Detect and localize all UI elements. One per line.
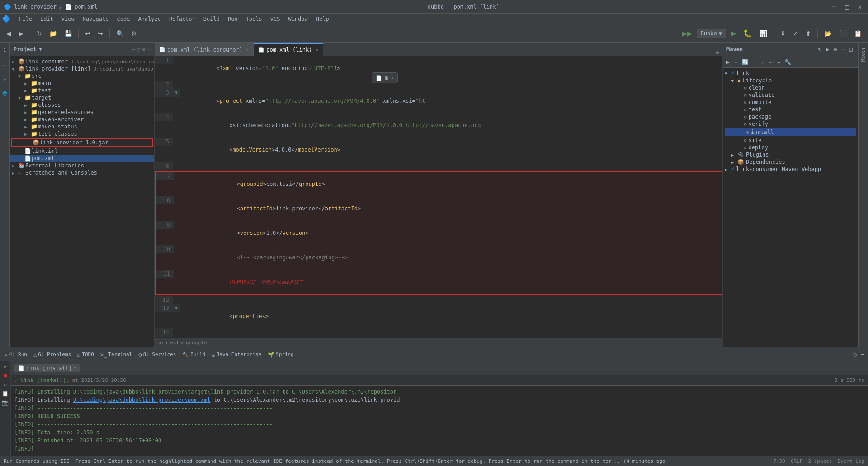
maven-refresh-button[interactable]: ↻ [816,45,823,53]
search-button[interactable]: 🔍 [113,28,127,39]
run-tab-close-button[interactable]: ✕ [74,366,76,371]
maven-item-plugins[interactable]: ▶ 🔌 Plugins [723,151,858,158]
run-rerun-button[interactable]: ↻ [4,381,7,388]
maven-item-clean[interactable]: ⚙ clean [723,84,858,91]
menu-help[interactable]: Help [312,15,333,23]
undo-button[interactable]: ↩ [82,28,93,39]
maven-item-compile[interactable]: ⚙ compile [723,99,858,106]
maven-item-site[interactable]: ⚙ site [723,137,858,144]
maven-jump-button[interactable]: ↗ [760,58,766,66]
tree-item-maven-status[interactable]: ▶ 📁 maven-status [10,123,154,130]
tree-item-external-libs[interactable]: ▶ 📚 External Libraries [10,162,154,169]
toolbar-forward-button[interactable]: ▶ [16,28,26,39]
tree-item-scratches[interactable]: ▶ ✏ Scratches and Consoles [10,169,154,176]
run-play-button[interactable]: ▶ [4,363,7,370]
todo-tab-button[interactable]: ☑ TODO [75,350,97,359]
maven-tab-icon[interactable]: Maven [859,44,867,65]
java-enterprise-tab-button[interactable]: ☕ Java Enterprise [209,350,264,359]
coverage-button[interactable]: 📊 [757,28,770,39]
maven-item-deploy[interactable]: ⚙ deploy [723,144,858,151]
tree-item-generated-sources[interactable]: ▶ 📁 generated-sources [10,109,154,116]
tree-item-test[interactable]: ▶ 📁 test [10,87,154,94]
run-button[interactable]: ▶ [728,27,739,39]
run-log-link[interactable]: D:\coding\java\dubbo\link-provider\pom.x… [73,397,210,403]
close-button[interactable]: ✕ [855,2,864,11]
code-editor[interactable]: 1 <?xml version="1.0" encoding="UTF-8"?>… [155,56,722,338]
menu-code[interactable]: Code [113,15,134,23]
tab-pom-consumer-close[interactable]: ✕ [246,47,249,52]
project-dropdown-icon[interactable]: ▼ [39,47,42,52]
maven-add-button[interactable]: + [751,58,758,66]
maven-item-verify[interactable]: ⚙ verify [723,120,858,128]
run-tab-link-install[interactable]: 📄 link [install] ✕ [14,364,80,372]
menu-analyze[interactable]: Analyze [134,15,165,23]
maven-execute-button[interactable]: ▶ [725,58,731,66]
menu-build[interactable]: Build [200,15,223,23]
favorites-tool-icon[interactable]: ★ [2,73,7,85]
maven-download-button[interactable]: ⬇ [732,58,739,66]
run-stop-button[interactable]: ■ [4,372,7,379]
maven-item-dependencies[interactable]: ▶ 📦 Dependencies [723,158,858,166]
run-scroll-button[interactable]: 📋 [2,390,9,397]
maven-item-link[interactable]: ▼ ⚡ link [723,70,858,77]
vcs-push-button[interactable]: ⬆ [803,28,814,39]
tree-item-main[interactable]: ▶ 📁 main [10,80,154,87]
menu-vcs[interactable]: VCS [267,15,284,23]
debug-button[interactable]: 🐛 [741,27,755,39]
tree-item-pom[interactable]: 📄 pom.xml [10,155,154,162]
menu-edit[interactable]: Edit [37,15,57,23]
minimize-button[interactable]: ─ [830,2,839,11]
run-tab-button[interactable]: ▶ 4: Run [2,350,30,359]
tree-item-target[interactable]: ▼ 📁 target [10,94,154,101]
maven-expand-button[interactable]: ⇥ [775,58,782,66]
bottom-panel-settings-button[interactable]: ⚙ [852,351,859,359]
panel-settings-button[interactable]: ⚙ [142,46,146,52]
maven-item-link-consumer[interactable]: ▶ ⚡ link-consumer Maven Webapp [723,166,858,173]
tree-item-link-provider[interactable]: ▼ 📦 link-provider [link] D:\coding\java\… [10,65,154,72]
status-encoding[interactable]: CRLF [791,458,803,464]
web-tool-icon[interactable]: 🌐 [1,88,9,100]
menu-view[interactable]: View [58,15,78,23]
maven-maximize-button[interactable]: □ [848,45,854,53]
maven-popup-close[interactable]: ✕ [391,75,394,81]
menu-file[interactable]: File [15,15,36,23]
menu-window[interactable]: Window [284,15,311,23]
collapse-all-button[interactable]: ⇤ [132,46,135,52]
maven-wrench-button[interactable]: 🔧 [783,58,793,66]
problems-tab-button[interactable]: ⚠ 6: Problems [31,350,74,359]
terminal-tab-button[interactable]: >_ Terminal [98,350,135,359]
toolbar-back-button[interactable]: ◀ [4,28,14,39]
open-in-explorer-button[interactable]: 📂 [821,28,835,39]
maximize-button[interactable]: □ [842,2,851,11]
menu-tools[interactable]: Tools [242,15,266,23]
build-tab-button[interactable]: 🔨 Build [179,350,208,359]
tree-item-iml[interactable]: 📄 link.iml [10,147,154,155]
services-tab-button[interactable]: ⚙ 8: Services [136,350,179,359]
run-camera-button[interactable]: 📷 [2,399,9,406]
sync-button[interactable]: ↻ [34,28,45,39]
maven-item-package[interactable]: ⚙ package [723,113,858,120]
redo-button[interactable]: ↪ [95,28,106,39]
maven-update-button[interactable]: 🔄 [740,58,750,66]
status-event-log[interactable]: Event Log [837,458,864,464]
tree-item-link-consumer[interactable]: ▶ 📦 link-consumer D:\coding\java\dubbo\l… [10,58,154,65]
tab-pom-link-close[interactable]: ✕ [316,48,318,52]
run-config-dropdown[interactable]: Dubbo ▼ [697,29,726,38]
tree-item-maven-archiver[interactable]: ▶ 📁 maven-archiver [10,116,154,123]
tree-item-src[interactable]: ▼ 📁 src [10,72,154,80]
vcs-update-button[interactable]: ⬇ [778,28,788,39]
build-project-button[interactable]: ▶▶ [679,28,695,39]
maven-settings-button[interactable]: ⚙ [832,45,839,53]
maven-minimize-button[interactable]: ─ [840,45,847,53]
maven-item-validate[interactable]: ⚙ validate [723,91,858,99]
run-output[interactable]: [INFO] Installing D:\coding\java\dubbo\l… [11,386,868,456]
status-indent[interactable]: 2 spaces [808,458,832,464]
structure-button[interactable]: 📋 [851,28,864,39]
open-button[interactable]: 📁 [47,28,60,39]
structure-tool-icon[interactable]: 2 [2,59,7,71]
bottom-panel-minimize-button[interactable]: ─ [859,351,866,359]
save-button[interactable]: 💾 [61,28,75,39]
maven-item-test[interactable]: ⚙ test [723,106,858,113]
breadcrumb-item-groupid[interactable]: groupId [186,340,207,346]
maven-run-button[interactable]: ▶ [824,45,831,53]
